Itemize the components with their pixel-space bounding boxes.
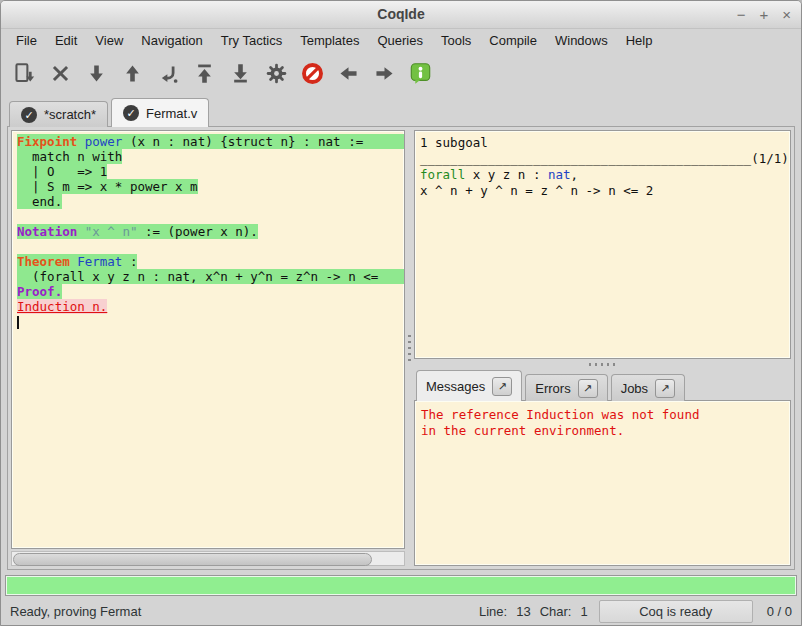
tab-scratch[interactable]: ✓*scratch*	[9, 101, 108, 127]
splitter-grip-icon	[408, 335, 411, 361]
close-button[interactable]	[45, 58, 75, 88]
menu-view[interactable]: View	[86, 31, 132, 50]
vertical-splitter[interactable]	[405, 130, 414, 566]
code-line-13[interactable]	[17, 314, 404, 329]
code-segment: (forall x y z n : nat, x^n + y^n = z^n -…	[17, 269, 378, 284]
code-line-11[interactable]: Proof.	[17, 284, 404, 299]
script-pane: Fixpoint power (x n : nat) {struct n} : …	[11, 130, 405, 566]
status-bar: Ready, proving Fermat Line: 13 Char: 1 C…	[1, 597, 801, 625]
interrupt-icon	[301, 62, 324, 85]
code-line-1[interactable]: Fixpoint power (x n : nat) {struct n} : …	[17, 134, 404, 149]
horizontal-splitter[interactable]	[414, 359, 791, 369]
close-button[interactable]: ×	[782, 6, 791, 23]
menu-edit[interactable]: Edit	[46, 31, 86, 50]
window-controls: − + ×	[737, 1, 791, 28]
code-segment: :	[122, 254, 137, 269]
go-to-cursor-button[interactable]	[153, 58, 183, 88]
tab-errors[interactable]: Errors↗	[525, 374, 607, 401]
detach-button[interactable]: ↗	[578, 379, 598, 398]
settings-button[interactable]	[261, 58, 291, 88]
maximize-button[interactable]: +	[759, 6, 768, 23]
tab-fermat-v[interactable]: ✓Fermat.v	[111, 98, 209, 127]
go-to-end-button[interactable]	[225, 58, 255, 88]
code-line-3[interactable]: | O => 1	[17, 164, 404, 179]
code-segment: "x ^ n"	[85, 224, 138, 239]
sentence-highlight: (forall x y z n : nat, x^n + y^n = z^n -…	[17, 269, 404, 284]
sentence-highlight: end.	[17, 194, 62, 209]
sentence-highlight: Fixpoint power (x n : nat) {struct n} : …	[17, 134, 404, 149]
code-line-12[interactable]: Induction n.	[17, 299, 404, 314]
back-button[interactable]	[333, 58, 363, 88]
code-line-7[interactable]: Notation "x ^ n" := (power x n).	[17, 224, 404, 239]
code-segment: Fixpoint	[17, 134, 77, 149]
code-line-2[interactable]: match n with	[17, 149, 404, 164]
splitter-grip-icon	[589, 363, 617, 366]
menu-bar: FileEditViewNavigationTry TacticsTemplat…	[1, 29, 801, 52]
menu-tools[interactable]: Tools	[432, 31, 480, 50]
code-line-6[interactable]	[17, 209, 404, 224]
forward-button[interactable]	[369, 58, 399, 88]
code-line-5[interactable]: end.	[17, 194, 404, 209]
restart-button[interactable]	[189, 58, 219, 88]
right-column: 1 subgoal_______________________________…	[414, 130, 791, 566]
forward-icon	[373, 62, 396, 85]
progress-counter: 0 / 0	[767, 604, 792, 619]
text-cursor	[17, 316, 19, 329]
messages-panel[interactable]: The reference Induction was not foundin …	[414, 400, 791, 566]
minimize-button[interactable]: −	[737, 6, 746, 23]
sentence-highlight: match n with	[17, 149, 122, 164]
step-forward-icon	[85, 62, 108, 85]
titlebar[interactable]: CoqIde − + ×	[1, 1, 801, 29]
code-line-8[interactable]	[17, 239, 404, 254]
scrollbar-thumb[interactable]	[13, 553, 372, 566]
close-icon	[49, 62, 72, 85]
status-right: Line: 13 Char: 1 Coq is ready 0 / 0	[479, 600, 792, 623]
goal-segment: ________________________________________…	[420, 151, 789, 166]
menu-compile[interactable]: Compile	[480, 31, 546, 50]
detach-button[interactable]: ↗	[655, 379, 675, 398]
script-editor[interactable]: Fixpoint power (x n : nat) {struct n} : …	[11, 130, 405, 549]
menu-queries[interactable]: Queries	[368, 31, 432, 50]
message-line-1: The reference Induction was not found	[421, 407, 790, 423]
menu-try-tactics[interactable]: Try Tactics	[212, 31, 291, 50]
tab-jobs[interactable]: Jobs↗	[611, 374, 685, 401]
menu-file[interactable]: File	[7, 31, 46, 50]
menu-navigation[interactable]: Navigation	[132, 31, 211, 50]
step-forward-button[interactable]	[81, 58, 111, 88]
horizontal-scrollbar[interactable]	[11, 551, 405, 566]
menu-templates[interactable]: Templates	[291, 31, 368, 50]
code-segment: | S m => x * power x m	[17, 179, 198, 194]
tab-messages[interactable]: Messages↗	[416, 370, 522, 401]
new-document-button[interactable]	[9, 58, 39, 88]
code-segment: Induction n.	[17, 299, 107, 314]
menu-help[interactable]: Help	[617, 31, 662, 50]
code-segment: Fermat	[77, 254, 122, 269]
code-line-9[interactable]: Theorem Fermat :	[17, 254, 404, 269]
coq-status[interactable]: Coq is ready	[599, 600, 753, 623]
sentence-highlight: Proof.	[17, 284, 62, 299]
code-line-4[interactable]: | S m => x * power x m	[17, 179, 404, 194]
code-segment	[77, 134, 85, 149]
step-backward-icon	[121, 62, 144, 85]
goal-segment: x ^ n + y ^ n = z ^ n -> n <= 2	[420, 183, 653, 198]
detach-button[interactable]: ↗	[492, 377, 512, 396]
tab-label: Jobs	[621, 381, 648, 396]
window-title: CoqIde	[1, 1, 801, 28]
sentence-highlight: Theorem Fermat :	[17, 254, 137, 269]
toolbar	[1, 52, 801, 94]
code-segment: Theorem	[17, 254, 70, 269]
code-segment	[77, 224, 85, 239]
code-segment: := (power x n).	[137, 224, 257, 239]
goal-line-3: forall x y z n : nat,	[420, 167, 790, 183]
goals-panel[interactable]: 1 subgoal_______________________________…	[414, 130, 791, 359]
menu-windows[interactable]: Windows	[546, 31, 617, 50]
coqide-window: CoqIde − + × FileEditViewNavigationTry T…	[0, 0, 802, 626]
line-label: Line:	[479, 604, 507, 619]
step-backward-button[interactable]	[117, 58, 147, 88]
interrupt-button[interactable]	[297, 58, 327, 88]
code-segment: power	[85, 134, 123, 149]
goal-line-2: ________________________________________…	[420, 151, 790, 167]
about-button[interactable]	[405, 58, 435, 88]
tab-label: *scratch*	[44, 107, 96, 122]
code-line-10[interactable]: (forall x y z n : nat, x^n + y^n = z^n -…	[17, 269, 404, 284]
